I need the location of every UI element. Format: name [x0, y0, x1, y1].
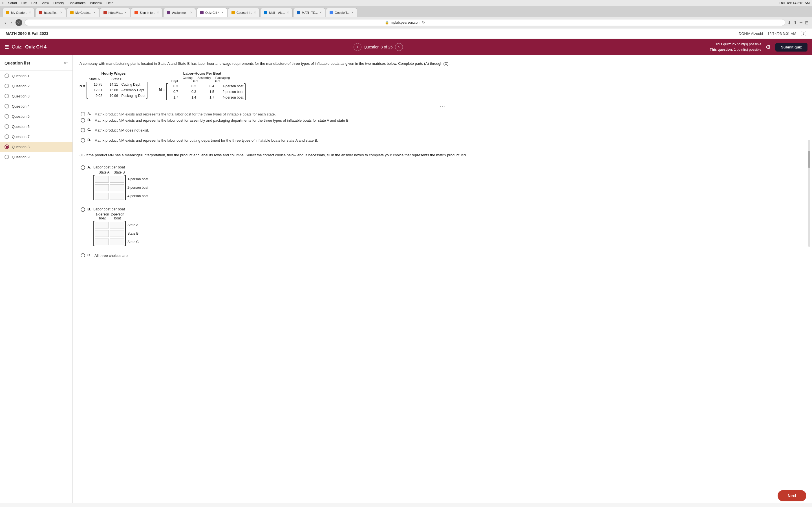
forward-button[interactable]: › — [9, 19, 13, 25]
browser-chrome:  Safari File Edit View History Bookmark… — [0, 0, 812, 29]
option-D-A-input-2-2[interactable] — [110, 184, 124, 191]
tab-https-1[interactable]: https://le... ✕ — [35, 8, 66, 17]
bookmarks-menu[interactable]: Bookmarks — [68, 1, 86, 5]
q7-radio — [4, 134, 9, 139]
file-menu[interactable]: File — [21, 1, 27, 5]
tab-quiz-ch4[interactable]: Quiz CH 4 ✕ — [197, 8, 227, 17]
sidebar-item-q1[interactable]: Question 1 — [0, 71, 72, 81]
tab-my-grade-2[interactable]: My Grade... ✕ — [66, 8, 99, 17]
prev-question-button[interactable]: ‹ — [354, 43, 361, 51]
option-D-A-input-3-2[interactable] — [110, 193, 124, 200]
option-D-A[interactable]: A. Labor cost per boat State A State B — [80, 163, 805, 203]
option-D-B-input-2-1[interactable] — [95, 230, 109, 237]
option-C-B-radio[interactable] — [81, 118, 85, 122]
tab-bar: My Grade... ✕ https://le... ✕ My Grade..… — [0, 6, 812, 17]
next-question-button[interactable]: › — [395, 43, 403, 51]
matrix-n-data: 16.75 14.11 Cutting Dept 12.31 16.88 Ass… — [89, 82, 146, 99]
option-D-A-label: Labor cost per boat — [93, 165, 125, 169]
submit-quiz-button[interactable]: Submit quiz — [775, 43, 808, 52]
option-D-A-radio[interactable] — [81, 165, 85, 170]
option-C-C[interactable]: C. Matrix product NM does not exist. — [80, 125, 805, 135]
tab-mail[interactable]: Mail – Alz... ✕ — [260, 8, 292, 17]
apple-menu[interactable]:  — [2, 1, 3, 5]
option-D-A-input-3-1[interactable] — [95, 193, 109, 200]
settings-button[interactable]: ⚙ — [766, 44, 771, 50]
option-D-B-matrix: 1-person 2-person boat boat — [93, 212, 804, 246]
option-D-B-row-1 — [95, 221, 124, 229]
matrix-m-data: 0.3 0.2 0.4 1-person boat 0.7 0.3 1.5 2- — [168, 83, 243, 100]
option-D-B-row-3 — [95, 238, 124, 246]
tab-course-h[interactable]: Course H... ✕ — [228, 8, 260, 17]
tab-my-grade-1[interactable]: My Grade... ✕ — [2, 8, 35, 17]
sidebar-item-q7[interactable]: Question 7 — [0, 131, 72, 142]
matrix-m-block: Labor-Hours Per Boat M = Cutting Assembl… — [159, 71, 246, 100]
matrix-m-title: Labor-Hours Per Boat — [159, 71, 246, 75]
option-D-B-input-3-2[interactable] — [110, 238, 124, 245]
option-C-C-radio[interactable] — [81, 128, 85, 132]
download-icon[interactable]: ⬇ — [788, 20, 791, 25]
option-C-C-text: Matrix product NM does not exist. — [94, 128, 804, 133]
share-icon[interactable]: ⬆ — [794, 20, 797, 25]
option-D-B-input-2-2[interactable] — [110, 230, 124, 237]
window-menu[interactable]: Window — [90, 1, 102, 5]
edit-menu[interactable]: Edit — [31, 1, 37, 5]
q6-radio — [4, 124, 9, 129]
option-C-A[interactable]: A. Matrix product NM exists and represen… — [80, 109, 805, 115]
help-icon[interactable]: ? — [801, 31, 806, 36]
sidebar-item-q3[interactable]: Question 3 — [0, 91, 72, 101]
q1-radio — [4, 73, 9, 78]
matrices-section: Hourly Wages N = State A State B 16.75 — [80, 71, 805, 100]
grid-icon[interactable]: ⊞ — [805, 20, 809, 25]
tab-https-2[interactable]: https://le... ✕ — [100, 8, 131, 17]
option-C-A-radio[interactable] — [81, 112, 85, 115]
quiz-points-info: This quiz: 25 point(s) possible This que… — [710, 42, 762, 52]
option-D-B-row-2 — [95, 229, 124, 238]
matrix-m-row-3: 1.7 1.4 1.7 4-person boat — [168, 95, 243, 100]
sidebar-collapse-button[interactable]: ⇤ — [64, 60, 68, 66]
option-D-A-row-3 — [95, 192, 124, 200]
scrollbar-thumb[interactable] — [808, 151, 810, 168]
option-D-B[interactable]: B. Labor cost per boat 1-person 2-person… — [80, 205, 805, 248]
sidebar-item-q6[interactable]: Question 6 — [0, 121, 72, 131]
safari-menu[interactable]: Safari — [8, 1, 17, 5]
tab-sign-in[interactable]: Sign in to... ✕ — [131, 8, 163, 17]
url-bar[interactable]: 🔒 mylab.pearson.com ↻ — [24, 19, 785, 26]
new-tab-icon[interactable]: + — [799, 19, 803, 26]
sidebar-item-q4[interactable]: Question 4 — [0, 101, 72, 111]
hamburger-icon[interactable]: ☰ — [4, 44, 9, 50]
option-D-A-input-1-1[interactable] — [95, 176, 109, 182]
view-menu[interactable]: View — [42, 1, 49, 5]
sidebar-item-q8[interactable]: Question 8 — [0, 142, 72, 152]
tab-assignments[interactable]: Assignme... ✕ — [163, 8, 196, 17]
refresh-icon[interactable]: ↻ — [422, 20, 425, 24]
option-C-B[interactable]: B. Matrix product NM exists and represen… — [80, 115, 805, 126]
option-D-B-input-1-2[interactable] — [110, 222, 124, 228]
user-name: DONIA Alzoubi — [739, 32, 763, 36]
sidebar-item-q2[interactable]: Question 2 — [0, 81, 72, 91]
scroll-indicator: • • • — [80, 104, 805, 108]
option-D-B-input-1-1[interactable] — [95, 222, 109, 228]
url-text: mylab.pearson.com — [391, 20, 420, 24]
back-button[interactable]: ‹ — [3, 19, 7, 25]
matrix-n-col-headers: State A State B — [88, 77, 148, 81]
option-D-B-input-3-1[interactable] — [95, 238, 109, 245]
option-D-B-row-labels: State A State B State C — [126, 221, 139, 246]
help-menu[interactable]: Help — [107, 1, 114, 5]
shield-icon: 🛡 — [15, 19, 22, 26]
sidebar-item-q9[interactable]: Question 9 — [0, 152, 72, 162]
option-C-D-radio[interactable] — [81, 138, 85, 143]
next-button[interactable]: Next — [777, 490, 806, 501]
option-D-A-input-1-2[interactable] — [110, 176, 124, 182]
history-menu[interactable]: History — [54, 1, 64, 5]
option-D-C[interactable]: C. All three choices are — [80, 251, 805, 257]
question-intro-text: A company with manufacturing plants loca… — [80, 61, 805, 67]
option-D-B-radio[interactable] — [81, 207, 85, 212]
tab-google-t[interactable]: Google T... ✕ — [326, 8, 357, 17]
sidebar-item-q5[interactable]: Question 5 — [0, 111, 72, 121]
tab-math-te[interactable]: MATH TE... ✕ — [293, 8, 325, 17]
option-D-B-col-headers-1: 1-person 2-person — [95, 212, 804, 216]
option-D-A-input-2-1[interactable] — [95, 184, 109, 191]
option-D-C-radio[interactable] — [81, 253, 85, 257]
option-C-D[interactable]: D. Matrix product NM exists and represen… — [80, 135, 805, 146]
menu-bar:  Safari File Edit View History Bookmark… — [0, 0, 812, 6]
